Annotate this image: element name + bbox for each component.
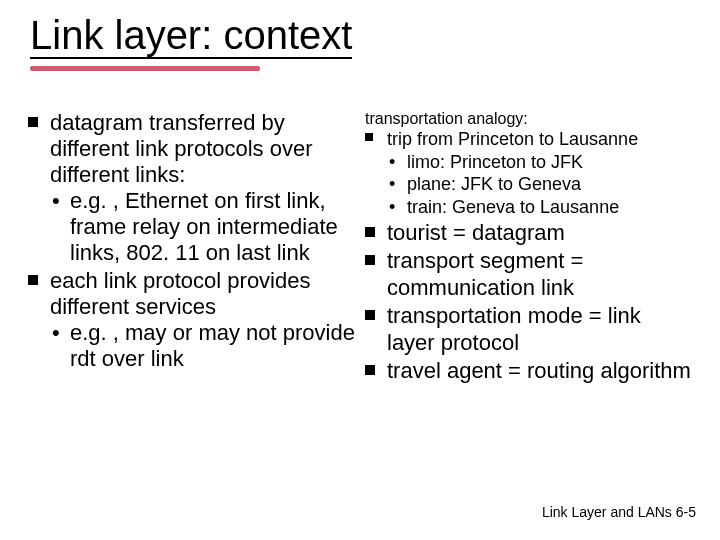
right-column: transportation analogy: trip from Prince… xyxy=(365,110,692,386)
list-item: each link protocol provides different se… xyxy=(28,268,355,372)
left-column: datagram transferred by different link p… xyxy=(28,110,355,386)
slide-title: Link layer: context xyxy=(30,14,352,59)
bullet-text: datagram transferred by different link p… xyxy=(50,110,313,187)
bullet-text: tourist = datagram xyxy=(387,220,565,245)
list-item: plane: JFK to Geneva xyxy=(387,173,692,196)
analogy-list: tourist = datagram transport segment = c… xyxy=(365,220,692,384)
left-bullet-list: datagram transferred by different link p… xyxy=(28,110,355,372)
trip-list: trip from Princeton to Lausanne limo: Pr… xyxy=(365,128,692,218)
list-item: tourist = datagram xyxy=(365,220,692,246)
analogy-heading: transportation analogy: xyxy=(365,110,692,128)
list-item: e.g. , Ethernet on first link, frame rel… xyxy=(50,188,355,266)
bullet-text: e.g. , Ethernet on first link, frame rel… xyxy=(70,188,338,265)
list-item: train: Geneva to Lausanne xyxy=(387,196,692,219)
bullet-text: e.g. , may or may not provide rdt over l… xyxy=(70,320,355,371)
bullet-text: train: Geneva to Lausanne xyxy=(407,197,619,217)
bullet-text: transportation mode = link layer protoco… xyxy=(387,303,641,354)
sub-list: e.g. , may or may not provide rdt over l… xyxy=(50,320,355,372)
sub-list: e.g. , Ethernet on first link, frame rel… xyxy=(50,188,355,266)
slide-footer: Link Layer and LANs 6-5 xyxy=(542,504,696,520)
bullet-text: limo: Princeton to JFK xyxy=(407,152,583,172)
list-item: trip from Princeton to Lausanne limo: Pr… xyxy=(365,128,692,218)
title-underline-accent xyxy=(30,66,260,71)
list-item: limo: Princeton to JFK xyxy=(387,151,692,174)
bullet-text: plane: JFK to Geneva xyxy=(407,174,581,194)
list-item: travel agent = routing algorithm xyxy=(365,358,692,384)
bullet-text: travel agent = routing algorithm xyxy=(387,358,691,383)
slide: Link layer: context datagram transferred… xyxy=(0,0,720,540)
trip-sub-list: limo: Princeton to JFK plane: JFK to Gen… xyxy=(387,151,692,219)
bullet-text: each link protocol provides different se… xyxy=(50,268,310,319)
content-columns: datagram transferred by different link p… xyxy=(28,110,692,386)
list-item: transportation mode = link layer protoco… xyxy=(365,303,692,356)
list-item: transport segment = communication link xyxy=(365,248,692,301)
bullet-text: trip from Princeton to Lausanne xyxy=(387,129,638,149)
title-block: Link layer: context xyxy=(30,14,352,59)
list-item: e.g. , may or may not provide rdt over l… xyxy=(50,320,355,372)
bullet-text: transport segment = communication link xyxy=(387,248,583,299)
list-item: datagram transferred by different link p… xyxy=(28,110,355,266)
